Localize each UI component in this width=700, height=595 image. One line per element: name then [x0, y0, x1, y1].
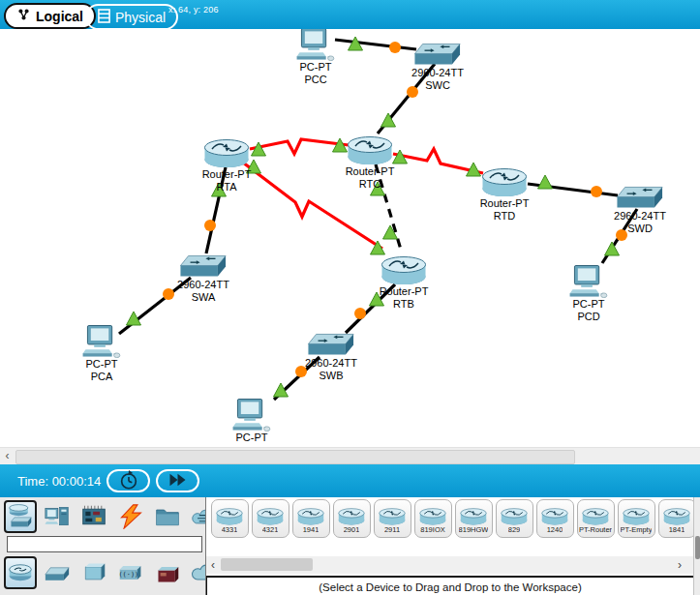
palette-device-4321[interactable]: 4321	[252, 499, 289, 538]
palette-device-829[interactable]: 829	[496, 499, 533, 538]
power-cycle-icon	[118, 469, 139, 493]
subcategory-hubs[interactable]	[77, 556, 110, 589]
device-PCD[interactable]: PC-PTPCD	[545, 265, 632, 323]
device-list-scroll-thumb[interactable]	[221, 558, 313, 571]
power-cycle-devices-button[interactable]	[107, 469, 150, 492]
palette-device-1941[interactable]: 1941	[292, 499, 330, 538]
device-name-label: RTD	[494, 210, 515, 223]
subcategory-routers[interactable]	[4, 556, 37, 589]
tab-logical-label: Logical	[36, 9, 83, 24]
device-model-label: PC-PT	[573, 298, 605, 311]
router-device-icon	[481, 164, 528, 197]
link-status-amber-dot	[204, 220, 216, 231]
category-connections[interactable]	[114, 500, 147, 533]
components-icon	[81, 504, 107, 529]
device-PC-PT[interactable]: PC-PT	[208, 399, 295, 444]
palette-device-2911[interactable]: 2911	[374, 499, 411, 538]
router-model-icon	[500, 506, 529, 525]
router-model-icon	[337, 506, 366, 525]
palette-device-819HGW[interactable]: 819HGW	[455, 499, 493, 538]
palette-device-label: 1240	[547, 525, 563, 535]
mode-tab-bar: Logical Physical x: 64, y: 206	[0, 0, 700, 30]
pc-device-icon	[295, 29, 336, 61]
device-list-scrollbar: ‹ ›	[206, 556, 694, 574]
device-model-label: Router-PT	[202, 168, 252, 181]
router-model-icon	[378, 506, 407, 525]
device-RTC[interactable]: Router-PTRTC	[326, 133, 413, 191]
category-miscellaneous[interactable]	[151, 500, 184, 533]
palette-device-label: 2901	[344, 525, 360, 535]
device-name-label: PCD	[577, 311, 599, 323]
device-model-label: Router-PT	[380, 285, 429, 298]
device-model-label: 2960-24TT	[614, 210, 666, 223]
tab-logical[interactable]: Logical	[4, 3, 96, 29]
palette-status-text: (Select a Device to Drag and Drop to the…	[319, 581, 581, 593]
palette-device-label: 2911	[384, 525, 400, 535]
palette-device-1841[interactable]: 1841	[658, 499, 696, 538]
routers-icon	[8, 560, 33, 585]
router-model-icon	[581, 506, 610, 525]
device-list-scroll-right-arrow[interactable]: ›	[673, 556, 686, 574]
security-icon	[155, 560, 180, 585]
router-model-icon	[622, 506, 651, 525]
category-components[interactable]	[77, 500, 110, 533]
palette-device-label: PT-Empty	[621, 525, 653, 535]
palette-vertical-scrollbar	[693, 497, 700, 595]
device-PCA[interactable]: PC-PTPCA	[58, 325, 145, 383]
simulation-time: Time: 00:00:14	[17, 474, 101, 489]
category-end-devices[interactable]	[41, 500, 74, 533]
miscellaneous-icon	[155, 504, 180, 529]
router-model-icon	[662, 506, 691, 525]
device-name-label: SWC	[425, 79, 450, 92]
device-SWA[interactable]: 2960-24TTSWA	[160, 254, 247, 304]
category-network-devices[interactable]	[4, 500, 37, 533]
switch-device-icon	[616, 186, 664, 210]
palette-status-bar: (Select a Device to Drag and Drop to the…	[206, 576, 693, 595]
svg-text:((·)): ((·))	[118, 571, 138, 579]
palette-device-PT-Empty[interactable]: PT-Empty	[618, 499, 655, 538]
end-devices-icon	[45, 504, 70, 529]
palette-device-label: 4331	[222, 525, 238, 535]
palette-device-label: PT-Router	[579, 525, 612, 535]
connections-icon	[118, 504, 143, 529]
canvas-scroll-thumb[interactable]	[15, 450, 575, 464]
device-list-scroll-left-arrow[interactable]: ‹	[206, 556, 220, 574]
device-name-label: SWD	[627, 223, 653, 235]
device-name-label: SWB	[319, 370, 343, 382]
palette-device-label: 4321	[262, 525, 279, 535]
device-RTB[interactable]: Router-PTRTB	[360, 253, 447, 311]
switch-device-icon	[413, 43, 462, 67]
device-model-label: PC-PT	[300, 61, 332, 74]
subcategory-wireless-devices[interactable]: ((·))	[114, 556, 147, 589]
device-name-label: PCC	[304, 74, 326, 86]
device-PCC[interactable]: PC-PTPCC	[272, 29, 359, 86]
workspace-canvas[interactable]: PC-PTPCC2960-24TTSWCRouter-PTRTARouter-P…	[0, 29, 700, 447]
device-RTD[interactable]: Router-PTRTD	[461, 164, 548, 223]
device-filter-input[interactable]	[7, 536, 202, 552]
device-SWD[interactable]: 2960-24TTSWD	[596, 186, 684, 235]
palette-device-819IOX[interactable]: 819IOX	[414, 499, 452, 538]
device-model-label: 2960-24TT	[411, 67, 464, 79]
wireless-icon: ((·))	[118, 560, 143, 585]
hubs-icon	[81, 560, 107, 585]
device-list-panel: 43314321194129012911819IOX819HGW8291240P…	[205, 497, 694, 595]
router-device-icon	[347, 133, 393, 165]
device-name-label: RTA	[217, 181, 237, 193]
subcategory-security[interactable]	[151, 556, 184, 589]
fast-forward-time-button[interactable]	[156, 469, 199, 492]
palette-device-2901[interactable]: 2901	[333, 499, 371, 538]
palette-device-4331[interactable]: 4331	[211, 499, 249, 538]
canvas-scroll-left-arrow[interactable]: ‹	[0, 448, 15, 463]
palette-vertical-scroll-thumb[interactable]	[695, 536, 700, 559]
device-SWB[interactable]: 2960-24TTSWB	[288, 333, 375, 382]
palette-device-1240[interactable]: 1240	[536, 499, 574, 538]
device-SWC[interactable]: 2960-24TTSWC	[394, 43, 481, 92]
palette-device-PT-Router[interactable]: PT-Router	[577, 499, 615, 538]
device-name-label: PCA	[91, 371, 113, 383]
tab-physical[interactable]: Physical	[85, 4, 178, 30]
physical-icon	[98, 9, 110, 26]
device-model-label: Router-PT	[346, 165, 395, 178]
subcategory-switches[interactable]	[41, 556, 74, 589]
category-panel: ((·))	[0, 497, 204, 595]
device-RTA[interactable]: Router-PTRTA	[183, 135, 270, 193]
